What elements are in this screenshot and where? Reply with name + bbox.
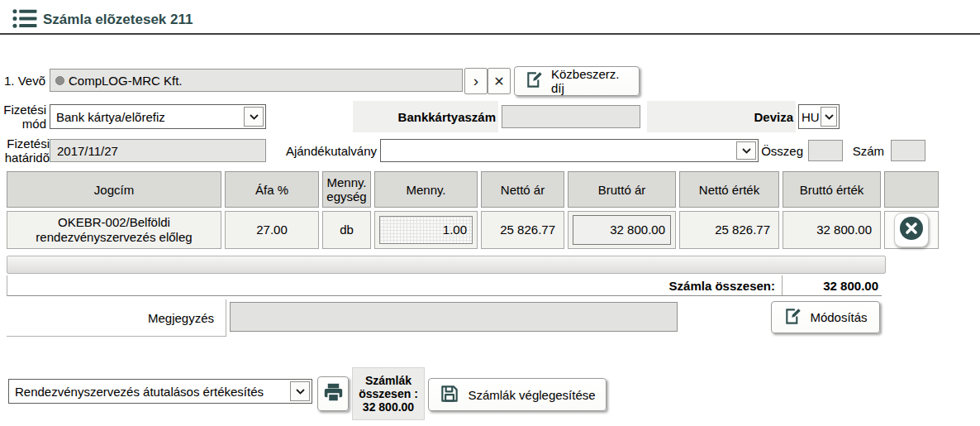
fizetesi-hatarido-input[interactable]: 2017/11/27 — [50, 139, 266, 162]
cell-menny: 1.00 — [374, 211, 478, 249]
chevron-down-icon — [244, 107, 264, 127]
col-header-brutto-ar: Bruttó ár — [568, 171, 676, 208]
cell-jogcim: OKEBR-002/Belföldi rendezvényszervezés e… — [7, 211, 221, 249]
invoice-items-table: Jogcím Áfa % Menny. egység Menny. Nettó … — [7, 171, 939, 249]
osszeg-input[interactable] — [808, 140, 843, 161]
ajandekutalvany-label: Ajándékutalvány — [264, 144, 377, 158]
page-title: Számla elõzetesek 211 — [43, 12, 193, 28]
invoice-total-row: Számla összesen: 32 800.00 — [7, 275, 882, 296]
print-button[interactable] — [317, 376, 349, 411]
vevo-open-button[interactable]: › — [464, 68, 488, 94]
ajandekutalvany-value — [381, 140, 735, 161]
invoices-total-value: 32 800.00 — [363, 400, 414, 414]
bankkartyaszam-panel: Bankkártyaszám — [353, 101, 498, 132]
edit-icon — [783, 307, 802, 328]
bankkartyaszam-input[interactable] — [502, 105, 640, 128]
invoices-total-box: Számlák összesen : 32 800.00 — [352, 367, 425, 420]
finalize-invoices-label: Számlák véglegesítése — [468, 388, 595, 402]
vevo-status-dot-icon — [55, 76, 64, 85]
cell-menny-egyseg: db — [322, 211, 371, 249]
fizetesi-hatarido-value: 2017/11/27 — [57, 144, 118, 158]
deviza-value: HU — [799, 105, 819, 128]
col-header-netto-ertek: Nettó érték — [679, 171, 779, 208]
fizetesi-mod-label: Fizetési mód — [0, 103, 46, 131]
invoices-total-line1: Számlák — [365, 374, 412, 387]
invoice-type-value: Rendezvényszervezés átutalásos értékesít… — [9, 380, 288, 403]
cell-afa: 27.00 — [225, 211, 319, 249]
megjegyzes-cell: Megjegyzés — [7, 299, 226, 337]
col-header-menny: Menny. — [374, 171, 478, 208]
invoice-total-value: 32 800.00 — [783, 279, 882, 293]
deviza-select[interactable]: HU — [798, 104, 840, 129]
table-horizontal-scrollbar[interactable] — [7, 256, 886, 274]
vevo-value: CompLOG-MRC Kft. — [69, 74, 183, 88]
finalize-invoices-button[interactable]: Számlák véglegesítése — [428, 378, 607, 411]
col-header-menny-egyseg: Menny. egység — [322, 171, 371, 208]
cell-brutto-ar: 32 800.00 — [568, 211, 676, 249]
chevron-down-icon — [290, 381, 310, 401]
megjegyzes-input[interactable] — [230, 302, 678, 332]
close-icon: ✕ — [493, 74, 504, 89]
cell-netto-ertek: 25 826.77 — [679, 211, 779, 249]
col-header-actions — [884, 171, 939, 208]
list-menu-icon[interactable] — [12, 7, 38, 33]
bankkartyaszam-label: Bankkártyaszám — [398, 110, 498, 124]
col-header-brutto-ertek: Bruttó érték — [783, 171, 881, 208]
ajandekutalvany-select[interactable] — [380, 139, 759, 162]
modositas-button[interactable]: Módosítás — [771, 301, 880, 333]
col-header-afa: Áfa % — [225, 171, 319, 208]
menny-input[interactable]: 1.00 — [379, 216, 473, 244]
printer-icon — [322, 381, 345, 406]
osszeg-label: Összeg — [760, 144, 803, 158]
vevo-field[interactable]: CompLOG-MRC Kft. — [50, 69, 463, 92]
deviza-label: Deviza — [754, 110, 796, 124]
fizetesi-hatarido-label: Fizetési határidõ — [0, 136, 50, 165]
modositas-label: Módosítás — [810, 310, 867, 324]
vevo-label: 1. Vevõ — [0, 74, 45, 88]
szam-input[interactable] — [891, 140, 925, 161]
delete-row-button[interactable] — [894, 213, 929, 247]
vevo-clear-button[interactable]: ✕ — [488, 68, 511, 94]
chevron-down-icon — [736, 141, 756, 160]
szam-label: Szám — [849, 144, 884, 158]
cell-netto-ar: 25 826.77 — [481, 211, 564, 249]
delete-x-icon — [899, 216, 924, 244]
chevron-down-icon — [821, 107, 837, 127]
kozbeszerz-dij-button[interactable]: Közbeszerz. díj — [514, 66, 640, 96]
edit-icon — [525, 70, 544, 92]
header-divider — [0, 33, 980, 35]
cell-actions — [884, 211, 939, 249]
invoices-total-line2: összesen : — [359, 387, 418, 400]
kozbeszerz-dij-label: Közbeszerz. díj — [551, 67, 629, 95]
invoice-type-select[interactable]: Rendezvényszervezés átutalásos értékesít… — [8, 379, 312, 404]
col-header-jogcim: Jogcím — [7, 171, 221, 208]
chevron-right-icon: › — [473, 72, 478, 90]
deviza-panel: Deviza — [647, 101, 796, 132]
brutto-ar-input[interactable]: 32 800.00 — [573, 215, 671, 245]
fizetesi-mod-select[interactable]: Bank kártya/elõrefiz — [50, 104, 266, 129]
megjegyzes-label: Megjegyzés — [148, 311, 214, 325]
invoice-preview-page: Számla elõzetesek 211 1. Vevõ CompLOG-MR… — [0, 0, 980, 426]
fizetesi-mod-value: Bank kártya/elõrefiz — [50, 105, 242, 128]
col-header-netto-ar: Nettó ár — [481, 171, 564, 208]
save-icon — [439, 383, 460, 407]
cell-brutto-ertek: 32 800.00 — [783, 211, 881, 249]
invoice-total-label: Számla összesen: — [669, 279, 782, 293]
